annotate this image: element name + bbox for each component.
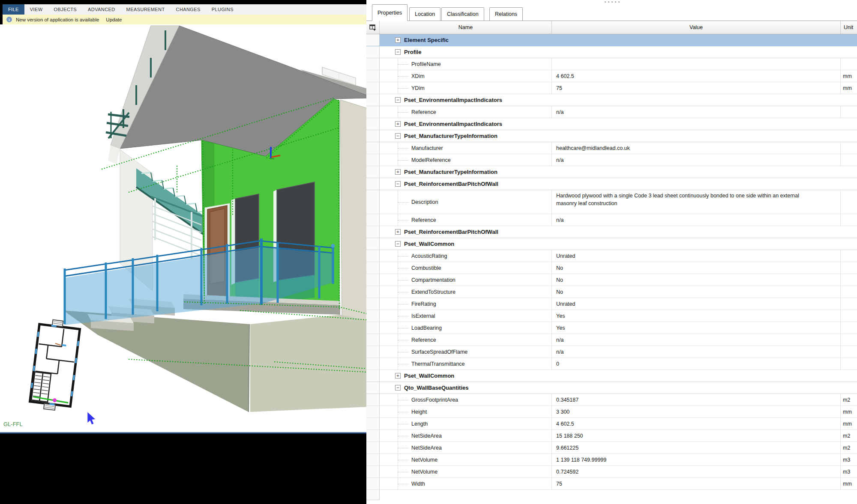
selected-group-row[interactable]: +Element Specific — [366, 34, 857, 46]
expand-icon[interactable]: + — [395, 121, 401, 127]
collapse-icon[interactable]: − — [395, 181, 401, 187]
property-group-row[interactable]: −Pset_ManufacturerTypeInformation — [366, 130, 857, 142]
property-unit: mm — [841, 418, 857, 429]
menu-item-advanced[interactable]: ADVANCED — [82, 4, 121, 15]
property-group-row[interactable]: −Pset_ReinforcementBarPitchOfWall — [366, 178, 857, 190]
property-value[interactable]: 0.724592 — [552, 466, 841, 477]
property-row[interactable]: CompartmentationNo — [366, 274, 857, 286]
menu-item-view[interactable]: VIEW — [24, 4, 48, 15]
property-value[interactable]: 4 602.5 — [552, 70, 841, 82]
expand-icon[interactable]: + — [395, 37, 401, 43]
property-row[interactable]: Referencen/a — [366, 334, 857, 346]
collapse-icon[interactable]: − — [395, 49, 401, 55]
property-row[interactable]: Width75mm — [366, 478, 857, 490]
property-row[interactable]: ExtendToStructureNo — [366, 286, 857, 298]
panel-tab-strip: PropertiesLocationClassificationRelation… — [366, 0, 857, 21]
column-header-unit[interactable]: Unit — [841, 21, 857, 34]
property-row[interactable]: NetVolume1 139 118 749.99999m3 — [366, 454, 857, 466]
property-row[interactable]: Referencen/a — [366, 214, 857, 226]
property-row[interactable]: LoadBearingYes — [366, 322, 857, 334]
property-row[interactable]: NetVolume0.724592m3 — [366, 466, 857, 478]
tab-properties[interactable]: Properties — [372, 4, 408, 21]
property-row[interactable]: DescriptionHardwood plywood with a singl… — [366, 190, 857, 214]
property-value[interactable] — [552, 58, 841, 70]
collapse-icon[interactable]: − — [395, 133, 401, 139]
property-value[interactable]: n/a — [552, 334, 841, 346]
property-row[interactable]: ProfileName — [366, 58, 857, 70]
property-value[interactable]: No — [552, 262, 841, 274]
property-value[interactable]: n/a — [552, 154, 841, 166]
property-row[interactable]: FireRatingUnrated — [366, 298, 857, 310]
collapse-icon[interactable]: − — [395, 97, 401, 103]
property-value[interactable]: n/a — [552, 106, 841, 118]
property-row[interactable]: Referencen/a — [366, 106, 857, 118]
property-value[interactable]: 0.345187 — [552, 394, 841, 406]
property-value[interactable]: healthcare@midlandlead.co.uk — [552, 142, 841, 154]
3d-viewport[interactable]: GL-FFL — [0, 24, 366, 432]
property-value[interactable]: Yes — [552, 322, 841, 334]
property-value[interactable]: 1 139 118 749.99999 — [552, 454, 841, 465]
expand-icon[interactable]: + — [395, 169, 401, 175]
property-value[interactable]: No — [552, 286, 841, 298]
property-row[interactable]: CombustibleNo — [366, 262, 857, 274]
property-name: NetVolume — [380, 466, 552, 477]
menu-item-plugins[interactable]: PLUGINS — [206, 4, 239, 15]
column-options-icon[interactable] — [366, 21, 380, 34]
property-name: Height — [380, 406, 552, 418]
property-value[interactable]: 0 — [552, 358, 841, 370]
property-row[interactable]: NetSideArea9.661225m2 — [366, 442, 857, 454]
property-value[interactable]: 3 300 — [552, 406, 841, 418]
property-value[interactable]: No — [552, 274, 841, 286]
property-value[interactable]: Unrated — [552, 298, 841, 310]
property-group-row[interactable]: −Qto_WallBaseQuantities — [366, 382, 857, 394]
property-value[interactable]: 4 602.5 — [552, 418, 841, 429]
property-row[interactable]: SurfaceSpreadOfFlamen/a — [366, 346, 857, 358]
panel-drag-handle[interactable] — [605, 1, 620, 3]
tab-location[interactable]: Location — [409, 7, 440, 21]
property-value[interactable]: Hardwood plywood with a single Code 3 le… — [552, 190, 841, 214]
property-value[interactable]: 75 — [552, 82, 841, 94]
property-group-row[interactable]: +Pset_ReinforcementBarPitchOfWall — [366, 226, 857, 238]
property-value[interactable]: 9.661225 — [552, 442, 841, 453]
property-unit — [841, 346, 857, 358]
property-value[interactable]: Unrated — [552, 250, 841, 262]
property-row[interactable]: XDim4 602.5mm — [366, 70, 857, 82]
menu-item-objects[interactable]: OBJECTS — [48, 4, 83, 15]
expand-icon[interactable]: + — [395, 373, 401, 379]
property-row[interactable]: Manufacturerhealthcare@midlandlead.co.uk — [366, 142, 857, 154]
property-row[interactable]: YDim75mm — [366, 82, 857, 94]
property-group-row[interactable]: −Pset_WallCommon — [366, 238, 857, 250]
property-group-row[interactable]: +Pset_WallCommon — [366, 370, 857, 382]
property-row[interactable]: AcousticRatingUnrated — [366, 250, 857, 262]
grid-header: Name Value Unit — [366, 21, 857, 34]
column-header-name[interactable]: Name — [380, 21, 552, 34]
collapse-icon[interactable]: − — [395, 385, 401, 391]
property-group-row[interactable]: +Pset_ManufacturerTypeInformation — [366, 166, 857, 178]
update-button[interactable]: Update — [106, 17, 122, 22]
property-row[interactable]: ThermalTransmittance0 — [366, 358, 857, 370]
expand-icon[interactable]: + — [395, 229, 401, 235]
property-value[interactable]: n/a — [552, 214, 841, 226]
property-unit — [841, 190, 857, 214]
menu-item-file[interactable]: FILE — [3, 4, 24, 15]
property-group-row[interactable]: −Pset_EnvironmentalImpactIndicators — [366, 94, 857, 106]
column-header-value[interactable]: Value — [552, 21, 841, 34]
collapse-icon[interactable]: − — [395, 241, 401, 247]
property-row[interactable]: GrossFootprintArea0.345187m2 — [366, 394, 857, 406]
property-value[interactable]: Yes — [552, 310, 841, 322]
property-row[interactable]: IsExternalYes — [366, 310, 857, 322]
property-value[interactable]: 75 — [552, 478, 841, 489]
property-group-row[interactable]: −Profile — [366, 46, 857, 58]
property-row[interactable]: Length4 602.5mm — [366, 418, 857, 430]
tab-relations[interactable]: Relations — [489, 7, 523, 21]
group-label: Pset_EnvironmentalImpactIndicators — [404, 97, 502, 103]
property-row[interactable]: Height3 300mm — [366, 406, 857, 418]
property-group-row[interactable]: +Pset_EnvironmentalImpactIndicators — [366, 118, 857, 130]
property-value[interactable]: 15 188 250 — [552, 430, 841, 441]
tab-classification[interactable]: Classification — [441, 7, 484, 21]
property-row[interactable]: NetSideArea15 188 250m2 — [366, 430, 857, 442]
menu-item-changes[interactable]: CHANGES — [171, 4, 206, 15]
property-value[interactable]: n/a — [552, 346, 841, 358]
menu-item-measurement[interactable]: MEASUREMENT — [121, 4, 171, 15]
property-row[interactable]: ModelReferencen/a — [366, 154, 857, 166]
